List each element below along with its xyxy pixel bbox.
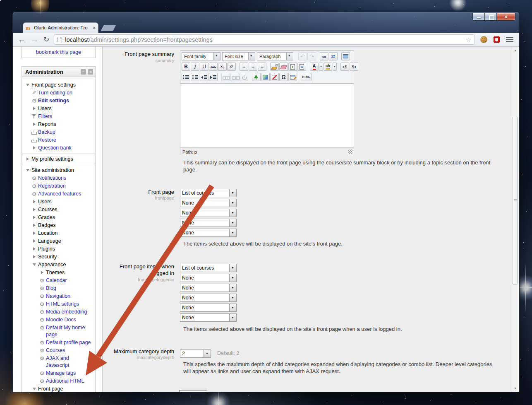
sidebar-item-security[interactable]: Security (22, 253, 95, 261)
sidebar-item-grades[interactable]: Grades (22, 214, 95, 222)
partial-select-cutoff[interactable] (179, 390, 207, 392)
sidebar-item-filters[interactable]: Filters (22, 113, 95, 121)
minimize-button[interactable] (472, 13, 485, 21)
dropdown-arrow-icon[interactable] (229, 304, 236, 311)
select-dropdown[interactable]: None (180, 274, 237, 282)
sidebar-item-backup[interactable]: Backup (22, 128, 95, 136)
outdent-button[interactable] (200, 73, 208, 81)
select-dropdown[interactable]: None (180, 229, 237, 237)
highlight-arrow-button[interactable]: ▾ (333, 63, 337, 71)
collapse-block-icon[interactable] (81, 69, 86, 75)
resize-grip-icon[interactable] (348, 149, 352, 154)
select-dropdown[interactable]: List of courses (180, 264, 237, 272)
fullscreen-button[interactable] (341, 52, 350, 60)
sidebar-item-reports[interactable]: Reports (22, 121, 95, 128)
sidebar-item-front-page-settings[interactable]: Front page settings (22, 81, 95, 89)
italic-button[interactable]: I (191, 63, 199, 71)
dropdown-arrow-icon[interactable] (229, 199, 236, 207)
dropdown-arrow-icon[interactable] (229, 229, 236, 236)
scroll-up-icon[interactable]: ▲ (513, 48, 518, 53)
url-text[interactable]: localhost/admin/settings.php?section=fro… (65, 36, 463, 43)
select-dropdown[interactable]: None (180, 219, 237, 227)
highlight-button[interactable]: ab (324, 63, 332, 71)
underline-button[interactable]: U (200, 63, 208, 71)
align-right-button[interactable]: ≡ (258, 63, 266, 71)
adblock-extension-icon[interactable] (493, 36, 501, 43)
nonbreaking-button[interactable] (270, 73, 279, 81)
sidebar-item-edit-settings[interactable]: Edit settings (22, 97, 95, 105)
find-replace-button[interactable]: ⇄ (329, 52, 338, 60)
sidebar-item-turn-editing-on[interactable]: Turn editing on (22, 89, 95, 97)
dropdown-arrow-icon[interactable] (229, 219, 236, 227)
subscript-button[interactable]: x₂ (218, 63, 227, 71)
chrome-menu-icon[interactable] (506, 37, 513, 38)
dropdown-arrow-icon[interactable] (213, 53, 220, 60)
select-dropdown[interactable]: None (180, 284, 237, 292)
dropdown-arrow-icon[interactable] (229, 284, 236, 292)
align-left-button[interactable]: ≡ (240, 63, 248, 71)
reload-button[interactable]: ↻ (43, 36, 49, 44)
sidebar-item-html-settings[interactable]: HTML settings (22, 300, 95, 308)
dropdown-arrow-icon[interactable] (286, 53, 293, 60)
sidebar-item-site-administration[interactable]: Site administration (22, 166, 95, 174)
bold-button[interactable]: B (182, 63, 190, 71)
sidebar-item-my-profile-settings[interactable]: My profile settings (22, 155, 95, 163)
browser-tab[interactable]: Olark: Administration: Fro × (23, 22, 98, 33)
address-bar[interactable]: localhost/admin/settings.php?section=fro… (54, 34, 475, 45)
align-center-button[interactable]: ≡ (249, 63, 257, 71)
cookie-extension-icon[interactable] (480, 36, 487, 43)
dropdown-arrow-icon[interactable] (229, 209, 236, 217)
superscript-button[interactable]: x² (227, 63, 236, 71)
dropdown-arrow-icon[interactable] (229, 264, 236, 272)
sidebar-item-restore[interactable]: Restore (22, 136, 95, 144)
insert-table-button[interactable] (288, 73, 297, 81)
dropdown-arrow-icon[interactable] (229, 189, 236, 197)
editor-text-area[interactable] (180, 83, 354, 147)
sidebar-item-moodle-docs[interactable]: Moodle Docs (22, 316, 95, 324)
dropdown-arrow-icon[interactable] (204, 350, 211, 357)
select-dropdown[interactable]: None (180, 294, 237, 302)
strikethrough-button[interactable]: ABC (209, 63, 218, 71)
sidebar-item-location[interactable]: Location (22, 229, 95, 237)
sidebar-item-question-bank[interactable]: Question bank (22, 144, 95, 152)
back-button[interactable]: ← (18, 36, 26, 44)
sidebar-item-blog[interactable]: Blog (22, 284, 95, 292)
tab-close-icon[interactable]: × (93, 25, 96, 30)
select-dropdown[interactable]: None (180, 304, 237, 312)
dropdown-arrow-icon[interactable] (229, 274, 236, 282)
close-button[interactable]: × (496, 13, 515, 21)
sidebar-item-plugins[interactable]: Plugins (22, 245, 95, 253)
sidebar-item-themes[interactable]: Themes (22, 269, 95, 277)
page-scrollbar[interactable]: ▲ ▼ (512, 47, 518, 392)
font-family-select[interactable]: Font family (182, 52, 220, 60)
special-char-button[interactable]: Ω (279, 73, 288, 81)
text-color-button[interactable]: A (310, 63, 319, 71)
rtl-button[interactable]: ¶◂ (350, 63, 358, 71)
maximize-button[interactable] (484, 13, 497, 21)
sidebar-item-courses[interactable]: Courses (22, 206, 95, 214)
find-button[interactable]: ∞ (320, 52, 328, 60)
color-arrow-button[interactable]: ▾ (319, 63, 323, 71)
insert-image-button[interactable] (252, 73, 261, 81)
select-dropdown[interactable]: 2 (180, 350, 211, 358)
format-select[interactable]: Paragraph (257, 52, 293, 60)
font-size-select[interactable]: Font size (222, 52, 255, 60)
window-titlebar[interactable]: × Olark: Administration: Fro × (13, 12, 519, 33)
sidebar-item-appearance[interactable]: Appearance (22, 261, 95, 269)
sidebar-item-additional-html[interactable]: Additional HTML (22, 377, 95, 385)
sidebar-item-badges[interactable]: Badges (22, 222, 95, 229)
dropdown-arrow-icon[interactable] (229, 314, 236, 321)
scroll-down-icon[interactable]: ▼ (513, 386, 518, 391)
sidebar-item-notifications[interactable]: Notifications (22, 174, 95, 182)
insert-media-button[interactable] (261, 73, 270, 81)
select-dropdown[interactable]: List of courses (180, 189, 237, 197)
sidebar-item-front-page[interactable]: Front page (22, 385, 95, 392)
dropdown-arrow-icon[interactable] (229, 294, 236, 301)
sidebar-item-users[interactable]: Users (22, 105, 95, 113)
paste-text-button[interactable]: T (288, 63, 297, 71)
dropdown-arrow-icon[interactable] (248, 53, 255, 60)
ltr-button[interactable]: ▸¶ (340, 63, 349, 71)
select-dropdown[interactable]: None (180, 313, 237, 322)
sidebar-item-media-embedding[interactable]: Media embedding (22, 308, 95, 316)
sidebar-item-default-my-home-page[interactable]: Default My home page (22, 324, 95, 339)
